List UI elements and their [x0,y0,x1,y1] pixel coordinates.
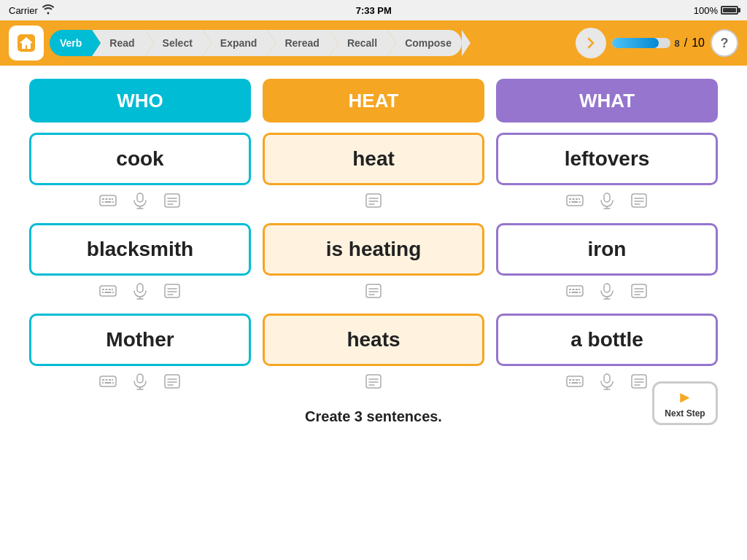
card-wrap-heats: heats [263,314,484,397]
word-card-heats[interactable]: heats [263,314,484,366]
svg-rect-74 [102,382,104,384]
svg-rect-7 [105,201,112,203]
word-card-is-heating[interactable]: is heating [263,223,484,276]
svg-rect-12 [165,194,179,207]
list-icon-heat[interactable] [363,190,384,211]
mic-icon-mother[interactable] [129,370,151,392]
instruction-text: Create 3 sentences. [305,408,442,425]
keyboard-icon-mother[interactable] [97,370,119,392]
svg-rect-2 [102,198,104,200]
svg-rect-56 [573,289,575,290]
svg-rect-92 [578,379,580,381]
svg-rect-91 [576,379,578,381]
progress-fill [612,38,659,48]
svg-rect-54 [567,286,583,296]
svg-rect-55 [569,289,571,290]
col-header-heat: HEAT [263,79,484,122]
svg-rect-61 [579,292,581,293]
svg-rect-76 [112,382,114,384]
svg-rect-73 [112,379,113,381]
word-card-a-bottle[interactable]: a bottle [496,314,718,366]
keyboard-icon-a-bottle[interactable] [564,370,586,392]
carrier-label: Carrier [9,5,38,16]
word-card-mother[interactable]: Mother [29,314,251,366]
svg-rect-4 [109,198,111,200]
list-icon-cook[interactable] [161,190,183,211]
svg-rect-70 [102,379,104,381]
nav-steps: Verb Read Select Expand Reread Recall Co… [50,30,570,56]
svg-rect-50 [366,284,381,298]
list-icon-leftovers[interactable] [628,190,650,211]
nav-step-reread[interactable]: Reread [267,30,329,56]
svg-rect-62 [604,284,610,292]
card-wrap-mother: Mother [29,314,251,397]
mic-icon-leftovers[interactable] [596,190,618,211]
svg-rect-5 [112,198,113,200]
svg-rect-1 [100,195,116,206]
word-card-heat[interactable]: heat [263,133,484,185]
nav-step-expand[interactable]: Expand [203,30,268,56]
progress-sep: / [684,36,687,50]
word-card-iron[interactable]: iron [496,223,718,276]
mic-icon-cook[interactable] [129,190,151,211]
svg-rect-94 [572,382,578,384]
list-icon-is-heating[interactable] [363,280,384,302]
svg-rect-40 [102,292,104,293]
svg-rect-25 [569,201,570,203]
svg-rect-72 [109,379,111,381]
list-icon-blacksmith[interactable] [161,280,183,302]
svg-rect-31 [632,194,646,207]
nav-forward-button[interactable] [576,28,606,58]
svg-rect-96 [604,374,610,383]
mic-icon-blacksmith[interactable] [129,280,151,302]
svg-rect-3 [106,198,108,200]
svg-rect-21 [569,198,571,200]
svg-rect-88 [567,376,583,386]
help-button[interactable]: ? [711,29,738,57]
nav-step-verb[interactable]: Verb [50,30,92,56]
keyboard-icon-cook[interactable] [97,190,119,211]
word-grid: WHO HEAT WHAT cook [29,79,718,404]
status-bar: Carrier 7:33 PM 100% [0,0,747,20]
svg-rect-69 [100,376,116,386]
home-button[interactable] [9,26,44,61]
keyboard-icon-leftovers[interactable] [564,190,586,211]
word-card-cook[interactable]: cook [29,133,251,185]
svg-rect-99 [632,375,646,388]
card-wrap-cook: cook [29,133,251,216]
svg-rect-28 [604,193,610,202]
next-step-button[interactable]: ► Next Step [652,381,718,425]
progress-total: 10 [692,36,705,50]
list-icon-mother[interactable] [161,370,183,392]
bottom-bar: Create 3 sentences. ► Next Step [29,404,718,425]
mic-icon-a-bottle[interactable] [596,370,618,392]
list-icon-a-bottle[interactable] [628,370,650,392]
svg-rect-23 [576,198,578,200]
nav-step-compose[interactable]: Compose [387,30,462,56]
svg-rect-22 [573,198,575,200]
icon-row-heats [363,370,384,392]
card-wrap-is-heating: is heating [263,223,484,306]
svg-rect-43 [137,284,143,292]
svg-rect-35 [100,286,116,296]
progress-text: 8 [675,38,680,49]
mic-icon-iron[interactable] [596,280,618,302]
word-card-leftovers[interactable]: leftovers [496,133,718,185]
svg-rect-77 [137,374,143,383]
keyboard-icon-blacksmith[interactable] [97,280,119,302]
icon-row-heat [363,190,384,211]
svg-rect-36 [102,289,104,290]
list-icon-iron[interactable] [628,280,650,302]
keyboard-icon-iron[interactable] [564,280,586,302]
svg-rect-65 [632,284,646,298]
main-content: WHO HEAT WHAT cook [0,66,747,560]
progress-bar [612,38,670,48]
word-card-blacksmith[interactable]: blacksmith [29,223,251,276]
svg-rect-42 [112,292,114,293]
svg-rect-75 [105,382,112,384]
card-wrap-blacksmith: blacksmith [29,223,251,306]
svg-rect-84 [366,375,381,388]
svg-rect-20 [567,195,583,206]
list-icon-heats[interactable] [363,370,384,392]
progress-container: 8 / 10 [612,36,705,50]
